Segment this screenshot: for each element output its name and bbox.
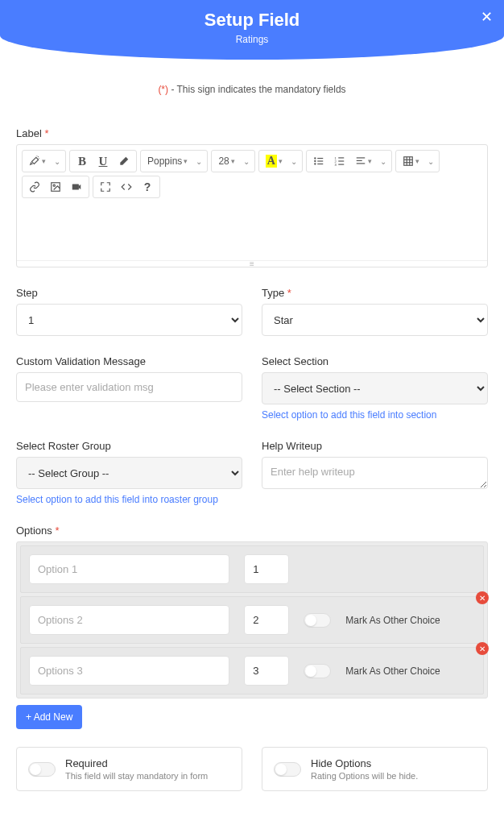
svg-point-21 xyxy=(53,184,55,186)
options-label: Options xyxy=(16,524,52,537)
svg-rect-12 xyxy=(357,157,366,158)
required-title: Required xyxy=(65,757,208,769)
color-more[interactable]: ⌄ xyxy=(287,157,300,166)
underline-button[interactable]: U xyxy=(93,151,114,172)
svg-rect-14 xyxy=(357,163,366,164)
type-label: Type xyxy=(262,287,284,299)
unordered-list-icon[interactable] xyxy=(308,151,329,172)
roster-label: Select Roster Group xyxy=(16,440,242,452)
step-select[interactable]: 1 xyxy=(16,304,242,336)
magic-icon[interactable]: ▾ xyxy=(24,151,51,172)
options-container: Mark As Other Choice✕Mark As Other Choic… xyxy=(16,541,488,699)
page-subtitle: Ratings xyxy=(0,34,504,45)
hide-options-card: Hide Options Rating Options will be hide… xyxy=(262,747,488,791)
svg-text:3: 3 xyxy=(334,163,337,167)
code-view-icon[interactable] xyxy=(116,176,137,197)
editor-toolbar: ▾ ⌄ B U Poppins ▾ ⌄ 28 ▾ ⌄ A ▾ ⌄ xyxy=(17,145,487,200)
svg-rect-1 xyxy=(317,158,323,159)
option-row xyxy=(20,545,484,593)
table-icon[interactable]: ▾ xyxy=(398,151,424,172)
option-name-input[interactable] xyxy=(29,605,229,635)
image-icon[interactable] xyxy=(45,176,66,197)
roster-select[interactable]: -- Select Group -- xyxy=(16,457,242,489)
option-row: Mark As Other Choice✕ xyxy=(20,647,484,694)
svg-rect-7 xyxy=(338,157,344,158)
roster-hint: Select option to add this field into roa… xyxy=(16,494,242,505)
style-dropdown[interactable]: ⌄ xyxy=(51,157,64,166)
option-row: Mark As Other Choice✕ xyxy=(20,596,484,644)
add-new-button[interactable]: + Add New xyxy=(16,705,82,729)
svg-rect-5 xyxy=(317,164,323,164)
paragraph-more[interactable]: ⌄ xyxy=(377,157,390,166)
svg-rect-3 xyxy=(317,160,323,161)
required-indicator: * xyxy=(287,287,291,299)
mark-other-label: Mark As Other Choice xyxy=(345,615,440,626)
mark-other-toggle[interactable] xyxy=(304,613,331,628)
align-icon[interactable]: ▾ xyxy=(350,151,377,172)
editor-content[interactable] xyxy=(17,200,487,260)
section-hint: Select option to add this field into sec… xyxy=(262,409,488,421)
step-label: Step xyxy=(16,287,242,299)
mark-other-label: Mark As Other Choice xyxy=(345,665,440,677)
svg-point-0 xyxy=(314,157,316,159)
ordered-list-icon[interactable]: 123 xyxy=(329,151,350,172)
help-writeup-input[interactable] xyxy=(262,457,488,489)
section-label: Select Section xyxy=(262,355,488,367)
required-indicator: * xyxy=(44,127,48,139)
mark-other-toggle[interactable] xyxy=(304,664,331,678)
svg-rect-13 xyxy=(357,160,362,161)
font-size-more[interactable]: ⌄ xyxy=(240,157,253,166)
text-color-button[interactable]: A ▾ xyxy=(261,151,287,172)
mandatory-star: (*) xyxy=(158,84,168,95)
required-indicator: * xyxy=(55,524,59,537)
font-family-select[interactable]: Poppins ▾ xyxy=(143,151,192,172)
link-icon[interactable] xyxy=(24,176,45,197)
svg-rect-15 xyxy=(404,157,413,166)
font-size-select[interactable]: 28 ▾ xyxy=(213,151,239,172)
svg-rect-11 xyxy=(338,164,344,165)
rich-text-editor: ▾ ⌄ B U Poppins ▾ ⌄ 28 ▾ ⌄ A ▾ ⌄ xyxy=(16,144,488,267)
video-icon[interactable] xyxy=(66,176,87,197)
svg-rect-22 xyxy=(72,184,79,190)
modal-header: Setup Field Ratings ✕ xyxy=(0,0,504,60)
option-value-input[interactable] xyxy=(244,554,289,584)
hide-options-toggle[interactable] xyxy=(274,762,301,777)
option-name-input[interactable] xyxy=(29,554,229,584)
page-title: Setup Field xyxy=(0,10,504,31)
mandatory-note: (*) - This sign indicates the mandatory … xyxy=(16,84,488,95)
option-value-input[interactable] xyxy=(244,656,289,686)
hide-title: Hide Options xyxy=(311,757,418,769)
type-select[interactable]: Star xyxy=(262,304,488,336)
help-label: Help Writeup xyxy=(262,440,488,452)
svg-point-2 xyxy=(314,160,316,162)
svg-point-4 xyxy=(314,163,316,164)
required-card: Required This field will stay mandatory … xyxy=(16,747,242,791)
required-desc: This field will stay mandatory in form xyxy=(65,771,208,781)
close-button[interactable]: ✕ xyxy=(481,8,493,26)
svg-rect-9 xyxy=(338,160,344,161)
help-icon[interactable]: ? xyxy=(137,176,158,197)
required-toggle[interactable] xyxy=(28,762,56,777)
eraser-icon[interactable] xyxy=(114,151,134,172)
bold-button[interactable]: B xyxy=(72,151,93,172)
remove-option-button[interactable]: ✕ xyxy=(476,591,489,604)
hide-desc: Rating Options will be hide. xyxy=(311,771,418,781)
mandatory-text: - This sign indicates the mandatory fiel… xyxy=(168,84,346,95)
section-select[interactable]: -- Select Section -- xyxy=(262,372,488,404)
editor-resize-handle[interactable] xyxy=(17,260,487,267)
option-name-input[interactable] xyxy=(29,656,229,686)
validation-input[interactable] xyxy=(16,372,242,402)
fullscreen-icon[interactable] xyxy=(95,176,116,197)
remove-option-button[interactable]: ✕ xyxy=(476,642,489,655)
validation-label: Custom Validation Message xyxy=(16,355,242,367)
table-more[interactable]: ⌄ xyxy=(424,157,437,166)
option-value-input[interactable] xyxy=(244,605,289,635)
font-family-more[interactable]: ⌄ xyxy=(192,157,205,166)
label-label: Label xyxy=(16,127,42,139)
